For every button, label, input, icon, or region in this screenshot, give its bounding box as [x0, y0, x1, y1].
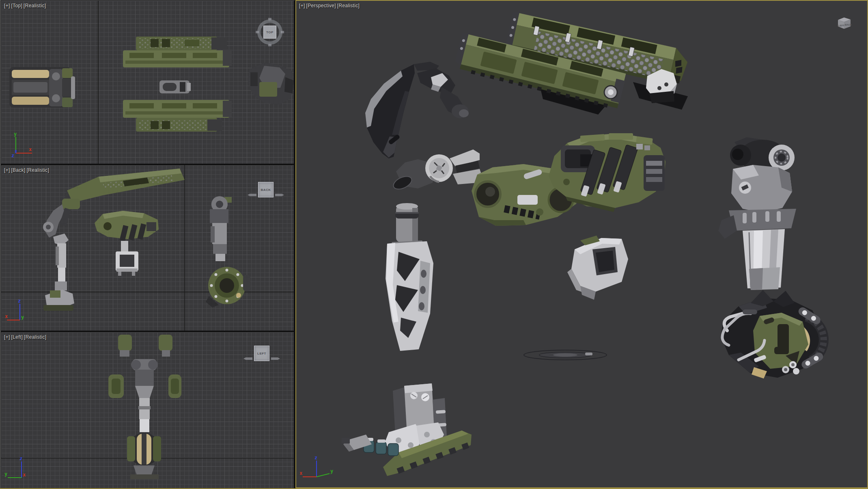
viewport-menu-button[interactable]: [+] [299, 3, 305, 9]
axis-y-label: y [330, 468, 333, 474]
viewport-top[interactable]: [+] [Top] [Realistic] TOP y x z [1, 1, 294, 164]
viewcube-face-left-label[interactable]: LEFT [838, 24, 844, 27]
axis-x-label: x [299, 470, 302, 476]
axis-x-label: x [23, 472, 26, 478]
axis-y-label: y [14, 131, 17, 137]
viewcube-rotate-left-arrow[interactable] [243, 357, 252, 360]
viewcube-face-label[interactable]: TOP [263, 26, 276, 39]
window-edge [0, 0, 1, 489]
viewport-label: [+] [Back] [Realistic] [4, 167, 49, 173]
viewport-back[interactable]: [+] [Back] [Realistic] BACK z x y [1, 165, 294, 331]
model-shoulder-armor[interactable] [365, 62, 469, 158]
model-knee-assembly[interactable] [718, 137, 796, 290]
compass-notch-east [281, 31, 284, 33]
model-top-small-part[interactable] [159, 80, 191, 93]
axis-gizmo: y x z [4, 130, 40, 162]
viewport-shading-button[interactable]: [Realistic] [337, 3, 360, 9]
viewcube-face-label[interactable]: BACK [258, 182, 274, 197]
axis-gizmo: z y x [4, 455, 40, 487]
viewcube-face-label[interactable]: LEFT [254, 346, 269, 361]
model-ground-disc[interactable] [524, 350, 607, 360]
axis-x-label: x [5, 314, 8, 319]
viewcube-face-back-label[interactable]: BACK [845, 24, 852, 26]
model-back-left-leg[interactable] [43, 243, 74, 311]
compass-notch-west [256, 31, 259, 33]
viewcube-rotate-left-arrow[interactable] [248, 194, 256, 196]
model-shin[interactable] [386, 203, 433, 351]
model-back-center-piece[interactable] [95, 211, 159, 241]
model-top-armor-plates-upper[interactable] [123, 37, 232, 67]
axis-z-label: z [18, 298, 21, 304]
viewcube[interactable]: BACK [246, 182, 286, 197]
viewcube[interactable]: LEFT BACK [836, 15, 853, 30]
viewcube[interactable]: LEFT [242, 346, 282, 361]
viewport-label: [+] [Top] [Realistic] [4, 3, 46, 9]
axis-z-label: z [19, 456, 22, 461]
viewport-shading-button[interactable]: [Realistic] [24, 3, 46, 9]
viewport-menu-button[interactable]: [+] [4, 167, 10, 173]
viewport-view-button[interactable]: [Perspective] [306, 3, 336, 9]
model-top-armor-plates-lower[interactable] [123, 100, 232, 132]
axis-y-label: y [21, 314, 24, 320]
model-back-green-hub[interactable] [206, 267, 250, 307]
viewport-view-button[interactable]: [Left] [11, 334, 23, 340]
viewcube[interactable]: TOP [257, 19, 282, 45]
model-foot-assembly[interactable] [342, 383, 472, 476]
viewport-left[interactable]: [+] [Left] [Realistic] LEFT z y x [1, 332, 294, 488]
model-foot-hub[interactable] [721, 290, 825, 379]
model-back-left-arm[interactable] [43, 199, 80, 246]
viewport-label: [+] [Left] [Realistic] [4, 334, 46, 340]
model-back-armor-plate[interactable] [65, 169, 185, 203]
axis-gizmo: z x y [4, 297, 40, 329]
axis-z-label: z [314, 455, 317, 461]
axis-x-label: x [29, 147, 32, 152]
viewport-shading-button[interactable]: [Realistic] [24, 334, 46, 340]
model-top-right-part[interactable] [248, 63, 294, 105]
axis-gizmo: z x y [299, 453, 338, 486]
viewport-menu-button[interactable]: [+] [4, 3, 10, 9]
model-clevis-joint[interactable] [392, 149, 482, 192]
viewport-label: [+] [Perspective] [Realistic] [299, 3, 360, 9]
window-edge-top [0, 0, 295, 0]
scene-perspective [296, 1, 867, 487]
viewcube-rotate-right-arrow[interactable] [275, 194, 284, 196]
axis-z-label: z [11, 153, 14, 158]
axis-y-label: y [4, 471, 7, 477]
compass-notch-north [268, 18, 271, 20]
model-back-white-box[interactable] [116, 241, 138, 276]
model-bracket[interactable] [567, 236, 628, 300]
model-top-wheel-hub[interactable] [9, 67, 75, 108]
compass-notch-south [268, 44, 271, 46]
viewport-view-button[interactable]: [Back] [11, 167, 26, 173]
model-back-right-arm[interactable] [210, 196, 232, 261]
viewport-perspective[interactable]: [+] [Perspective] [Realistic] LEFT BACK … [295, 0, 868, 488]
viewport-menu-button[interactable]: [+] [4, 334, 10, 340]
viewport-shading-button[interactable]: [Realistic] [27, 167, 49, 173]
viewcube-rotate-right-arrow[interactable] [271, 357, 280, 360]
scene-top [1, 1, 294, 164]
viewport-view-button[interactable]: [Top] [11, 3, 23, 9]
model-left-leg-assembly[interactable] [127, 359, 161, 479]
